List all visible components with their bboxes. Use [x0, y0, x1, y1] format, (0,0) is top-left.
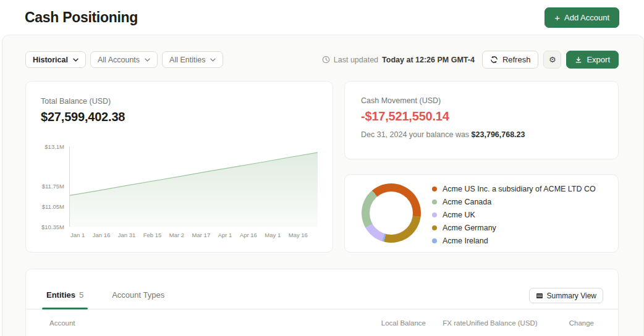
legend-item: Acme Canada — [432, 195, 596, 208]
total-balance-card: Total Balance (USD) $27,599,402.38 $13.1… — [25, 81, 333, 253]
chevron-down-icon — [145, 58, 150, 62]
last-updated-value: Today at 12:26 PM GMT-4 — [382, 56, 475, 64]
entity-donut-chart — [362, 183, 421, 243]
x-axis-tick-label: Jan 1 — [70, 232, 85, 238]
gear-icon: ⚙ — [549, 56, 556, 64]
filter-label: Historical — [33, 56, 68, 64]
download-icon — [575, 56, 582, 64]
legend-item: Acme Ireland — [432, 234, 596, 247]
x-axis-tick-label: May 1 — [265, 232, 281, 238]
filter-dropdown-all-entities[interactable]: All Entities — [162, 51, 223, 68]
x-axis-tick-label: Apr 16 — [240, 232, 257, 238]
legend-item: Acme Germany — [432, 221, 596, 234]
refresh-icon — [490, 56, 498, 64]
tab-account-types-label: Account Types — [112, 290, 164, 300]
last-updated-prefix: Last updated — [334, 56, 378, 64]
legend-label: Acme UK — [443, 211, 475, 219]
x-axis-tick-label: Feb 15 — [143, 232, 162, 238]
legend-dot-icon — [432, 187, 437, 191]
x-axis-tick-label: Apr 1 — [218, 232, 232, 238]
last-updated: Last updated Today at 12:26 PM GMT-4 — [322, 56, 475, 64]
column-header-fx-rate: FX rate — [426, 319, 466, 327]
area-chart-svg — [70, 146, 318, 227]
y-axis-tick-label: $10.35M — [41, 224, 64, 230]
note-value: $23,796,768.23 — [472, 130, 525, 139]
cash-movement-label: Cash Movement (USD) — [361, 96, 602, 105]
column-header-change: Change — [534, 319, 594, 327]
y-axis-tick-label: $11.75M — [42, 182, 64, 189]
legend-label: Acme Germany — [443, 224, 496, 232]
balance-chart-yticks: $13.1M$11.75M$11.05M$10.35M — [41, 146, 69, 227]
balance-chart-xlabels: Jan 1Jan 16Jan 31Feb 15Mar 2Mar 17Apr 1A… — [69, 232, 318, 238]
y-axis-tick-label: $13.1M — [44, 143, 64, 150]
add-account-label: Add Account — [564, 13, 609, 22]
export-button[interactable]: Export — [566, 51, 619, 69]
tabs-bar: Entities5 Account Types Summary View — [26, 269, 618, 309]
cash-movement-note: Dec 31, 2024 your balance was $23,796,76… — [361, 130, 602, 139]
legend-dot-icon — [432, 238, 437, 243]
note-prefix: Dec 31, 2024 your balance was — [361, 130, 469, 139]
balance-chart-plot — [69, 146, 318, 227]
cash-movement-card: Cash Movement (USD) -$17,521,550.14 Dec … — [344, 81, 619, 159]
column-header-local-balance: Local Balance — [352, 319, 426, 327]
clock-icon — [322, 56, 330, 64]
settings-button[interactable]: ⚙ — [543, 51, 561, 69]
legend-dot-icon — [432, 212, 437, 217]
column-header-account: Account — [49, 319, 352, 327]
refresh-label: Refresh — [502, 55, 531, 64]
refresh-button[interactable]: Refresh — [482, 51, 539, 69]
filter-dropdown-all-accounts[interactable]: All Accounts — [90, 51, 158, 68]
entity-breakdown-card: Acme US Inc. a subsidiary of ACME LTD CO… — [344, 174, 619, 253]
summary-view-label: Summary View — [547, 292, 596, 300]
balance-chart: $13.1M$11.75M$11.05M$10.35M — [41, 146, 318, 227]
x-axis-tick-label: Mar 2 — [169, 232, 184, 238]
table-view-icon — [536, 292, 543, 300]
filter-group: HistoricalAll AccountsAll Entities — [25, 51, 223, 68]
legend-dot-icon — [432, 225, 437, 230]
chevron-down-icon — [73, 58, 78, 62]
legend-label: Acme Ireland — [443, 237, 488, 245]
legend-label: Acme Canada — [443, 198, 491, 206]
summary-view-button[interactable]: Summary View — [529, 288, 603, 303]
x-axis-tick-label: Jan 31 — [118, 232, 136, 238]
tab-account-types[interactable]: Account Types — [108, 290, 169, 309]
legend-item: Acme UK — [432, 208, 596, 221]
plus-icon: + — [554, 13, 560, 22]
tabs: Entities5 Account Types — [42, 290, 169, 309]
donut-legend: Acme US Inc. a subsidiary of ACME LTD CO… — [432, 182, 596, 247]
y-axis-tick-label: $11.05M — [42, 203, 64, 209]
total-balance-value: $27,599,402.38 — [41, 110, 318, 124]
x-axis-tick-label: Jan 16 — [93, 232, 111, 238]
chevron-down-icon — [210, 58, 216, 62]
x-axis-tick-label: Mar 17 — [192, 232, 211, 238]
top-bar: Cash Positioning + Add Account — [0, 0, 644, 35]
cash-movement-value: -$17,521,550.14 — [361, 109, 602, 124]
export-label: Export — [587, 55, 610, 64]
cards-row: Total Balance (USD) $27,599,402.38 $13.1… — [2, 69, 643, 253]
filter-label: All Entities — [169, 56, 205, 64]
right-column: Cash Movement (USD) -$17,521,550.14 Dec … — [344, 81, 619, 253]
column-header-unified-balance-usd-: Unified Balance (USD) — [466, 319, 534, 327]
page-title: Cash Positioning — [25, 9, 138, 26]
legend-dot-icon — [432, 200, 437, 204]
tab-entities-label: Entities — [46, 290, 75, 300]
total-balance-label: Total Balance (USD) — [41, 97, 318, 106]
legend-item: Acme US Inc. a subsidiary of ACME LTD CO — [432, 182, 596, 195]
tab-entities-count: 5 — [79, 290, 83, 300]
add-account-button[interactable]: + Add Account — [544, 7, 619, 28]
content-panel: HistoricalAll AccountsAll Entities Last … — [2, 35, 644, 336]
toolbar: HistoricalAll AccountsAll Entities Last … — [2, 35, 643, 69]
legend-label: Acme US Inc. a subsidiary of ACME LTD CO — [443, 185, 596, 193]
x-axis-tick-label: May 16 — [289, 232, 308, 238]
tab-entities[interactable]: Entities5 — [42, 290, 88, 309]
filter-dropdown-historical[interactable]: Historical — [25, 51, 86, 68]
filter-label: All Accounts — [98, 56, 140, 64]
entities-table-card: Entities5 Account Types Summary View Acc… — [25, 269, 619, 336]
toolbar-right: Last updated Today at 12:26 PM GMT-4 Ref… — [322, 51, 619, 69]
table-header-row: AccountLocal BalanceFX rateUnified Balan… — [26, 309, 618, 336]
